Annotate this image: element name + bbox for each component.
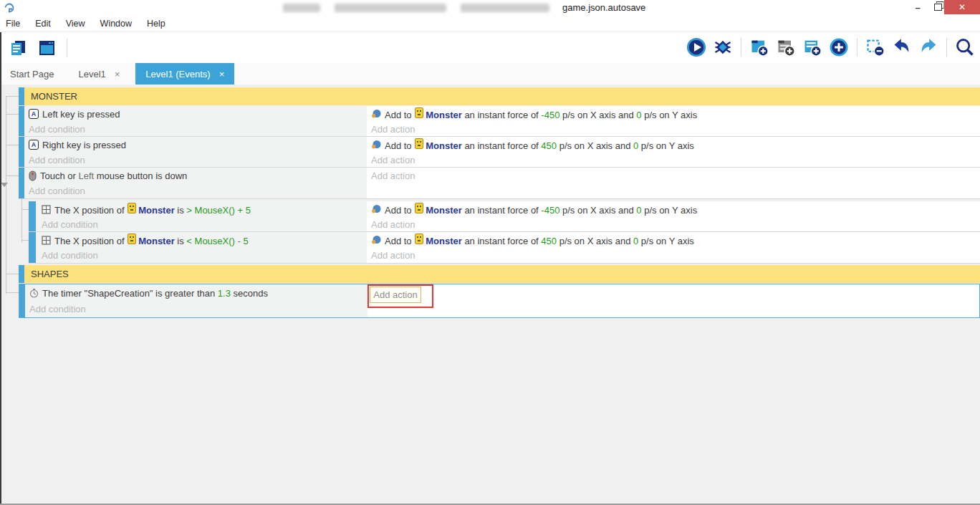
menu-edit[interactable]: Edit bbox=[35, 19, 51, 29]
condition-text: Right key is pressed bbox=[42, 140, 126, 150]
collapse-triangle-icon[interactable] bbox=[1, 183, 8, 187]
minimize-button[interactable]: – bbox=[907, 0, 928, 14]
actions-cell: Add action bbox=[367, 168, 980, 198]
action-line[interactable]: Add to Monster an instant force of -450 … bbox=[367, 106, 980, 122]
redo-button[interactable] bbox=[916, 35, 941, 59]
add-condition-placeholder[interactable]: Add condition bbox=[24, 122, 367, 136]
scene-editor-button[interactable] bbox=[34, 36, 59, 60]
add-condition-placeholder[interactable]: Add condition bbox=[25, 302, 368, 316]
action-text: Add to Monster an instant force of 450 p… bbox=[385, 138, 694, 151]
event-bar bbox=[19, 168, 24, 198]
add-condition-placeholder[interactable]: Add condition bbox=[37, 217, 367, 231]
action-line[interactable]: Add to Monster an instant force of 450 p… bbox=[367, 137, 980, 153]
menu-file[interactable]: File bbox=[6, 19, 20, 29]
search-button[interactable] bbox=[953, 35, 977, 59]
condition-text: Left key is pressed bbox=[42, 109, 120, 120]
keyboard-key-icon: A bbox=[29, 109, 39, 119]
condition-line[interactable]: The X position of Monster is < MouseX() … bbox=[37, 232, 367, 248]
actions-cell: Add to Monster an instant force of 450 p… bbox=[367, 137, 980, 167]
restore-icon bbox=[934, 4, 942, 11]
minimize-icon: – bbox=[915, 2, 920, 13]
menu-window[interactable]: Window bbox=[100, 19, 132, 29]
group-header-monster[interactable]: MONSTER bbox=[19, 87, 980, 105]
condition-line[interactable]: A Left key is pressed bbox=[24, 106, 367, 122]
add-action-placeholder[interactable]: Add action bbox=[367, 248, 980, 262]
actions-cell: Add to Monster an instant force of -450 … bbox=[367, 106, 980, 136]
tree-line bbox=[6, 274, 19, 274]
event-row-touch-mouse[interactable]: Touch or Left mouse button is down Add c… bbox=[19, 168, 980, 199]
force-icon bbox=[371, 235, 381, 245]
tree-line bbox=[21, 240, 29, 241]
subevent-row-xpos-gt[interactable]: The X position of Monster is > MouseX() … bbox=[29, 201, 980, 232]
tab-close-icon[interactable]: × bbox=[219, 69, 225, 80]
tab-bar: Start Page Level1 × Level1 (Events) × bbox=[0, 63, 980, 85]
action-text: Add to Monster an instant force of -450 … bbox=[385, 107, 697, 120]
add-special-event-button[interactable] bbox=[827, 35, 851, 59]
condition-line[interactable]: The timer "ShapeCreation" is greater tha… bbox=[25, 284, 368, 302]
event-row-left-key[interactable]: A Left key is pressed Add condition Add … bbox=[19, 106, 980, 137]
tree-line bbox=[6, 292, 19, 293]
project-manager-button[interactable] bbox=[6, 36, 30, 60]
window-title: game.json.autosave bbox=[562, 2, 645, 13]
event-bar bbox=[19, 106, 24, 136]
tree-line bbox=[6, 175, 19, 176]
event-row-timer[interactable]: The timer "ShapeCreation" is greater tha… bbox=[19, 284, 980, 318]
undo-button[interactable] bbox=[890, 35, 914, 59]
redacted-title-segment bbox=[461, 4, 549, 12]
actions-cell: Add action bbox=[368, 284, 979, 317]
add-event-button[interactable] bbox=[747, 35, 772, 59]
tree-line bbox=[6, 96, 19, 97]
action-line[interactable]: Add to Monster an instant force of 450 p… bbox=[367, 232, 980, 248]
search-icon bbox=[955, 37, 975, 57]
remove-selection-button[interactable] bbox=[863, 35, 888, 59]
tab-level1-events[interactable]: Level1 (Events) × bbox=[135, 63, 234, 85]
add-subevent-button[interactable] bbox=[800, 35, 825, 59]
add-action-placeholder[interactable]: Add action bbox=[367, 168, 980, 183]
group-header-shapes[interactable]: SHAPES bbox=[19, 265, 980, 283]
conditions-cell: The timer "ShapeCreation" is greater tha… bbox=[25, 284, 368, 317]
event-row-right-key[interactable]: A Right key is pressed Add condition Add… bbox=[19, 137, 980, 168]
close-button[interactable]: ✕ bbox=[944, 0, 980, 14]
mouse-icon bbox=[29, 170, 37, 181]
annotation-red-box bbox=[368, 284, 433, 308]
event-bar bbox=[19, 137, 24, 167]
add-action-placeholder[interactable]: Add action bbox=[367, 153, 980, 167]
condition-line[interactable]: Touch or Left mouse button is down bbox=[24, 168, 367, 183]
event-bar bbox=[19, 87, 24, 105]
add-condition-placeholder[interactable]: Add condition bbox=[37, 248, 367, 262]
actions-cell: Add to Monster an instant force of -450 … bbox=[367, 201, 980, 231]
condition-line[interactable]: A Right key is pressed bbox=[24, 137, 367, 153]
action-text: Add to Monster an instant force of -450 … bbox=[385, 203, 697, 216]
toolbar-separator bbox=[857, 38, 858, 57]
scene-editor-icon bbox=[37, 39, 56, 57]
add-comment-button[interactable] bbox=[774, 35, 798, 59]
add-subevent-icon bbox=[802, 37, 822, 57]
timer-icon bbox=[29, 288, 39, 298]
add-action-placeholder[interactable]: Add action bbox=[367, 217, 980, 231]
condition-line[interactable]: The X position of Monster is > MouseX() … bbox=[37, 201, 367, 217]
add-action-placeholder[interactable]: Add action bbox=[367, 122, 980, 136]
debug-button[interactable] bbox=[711, 35, 735, 59]
tree-line bbox=[6, 114, 19, 115]
tab-start-page[interactable]: Start Page bbox=[0, 63, 64, 85]
preview-play-button[interactable] bbox=[684, 35, 708, 59]
add-condition-placeholder[interactable]: Add condition bbox=[24, 183, 367, 198]
subevent-row-xpos-lt[interactable]: The X position of Monster is < MouseX() … bbox=[29, 232, 980, 264]
menu-view[interactable]: View bbox=[66, 19, 85, 29]
redacted-title-segment bbox=[335, 4, 446, 12]
redacted-title-segment bbox=[283, 4, 320, 12]
action-line[interactable]: Add to Monster an instant force of -450 … bbox=[367, 201, 980, 217]
tab-close-icon[interactable]: × bbox=[115, 69, 120, 80]
keyboard-key-icon: A bbox=[29, 140, 39, 150]
tree-line bbox=[21, 209, 29, 210]
debug-bug-icon bbox=[713, 37, 733, 57]
menu-help[interactable]: Help bbox=[147, 19, 165, 29]
position-icon bbox=[42, 205, 51, 214]
add-condition-placeholder[interactable]: Add condition bbox=[24, 153, 367, 167]
conditions-cell: Touch or Left mouse button is down Add c… bbox=[24, 168, 367, 198]
play-icon bbox=[686, 37, 706, 57]
add-comment-icon bbox=[776, 37, 796, 57]
tree-line bbox=[6, 96, 6, 294]
tab-level1[interactable]: Level1 × bbox=[68, 63, 130, 85]
tree-line bbox=[21, 198, 22, 242]
